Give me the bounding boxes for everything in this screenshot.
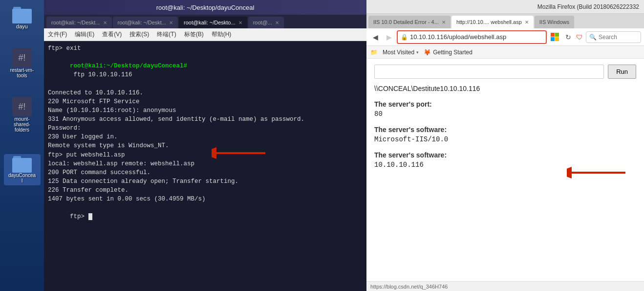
terminal-menu: 文件(F) 编辑(E) 查看(V) 搜索(S) 终端(T) 标签(B) 帮助(H… [44,28,366,41]
term-cmd-1: ftp 10.10.10.116 [70,71,132,78]
desktop: dayu #! restart-vm-tools #! mount-shared… [0,0,44,291]
browser-tab-2-label: http://10.10.... webshell.asp [456,19,522,25]
term-line-0: ftp> exit [48,44,363,53]
software-value: Microsoft-IIS/10.0 [374,135,636,143]
term-line-6: Password: [48,124,363,133]
term-line-14: 1407 bytes sent in 0.00 secs (30.4959 MB… [48,195,363,203]
browser-red-arrow [567,159,630,186]
browser-tab-2[interactable]: http://10.10.... webshell.asp ✕ [451,16,534,28]
desktop-icon-restart-label: restart-vm-tools [10,67,34,78]
browser-tab-2-close[interactable]: ✕ [525,20,529,25]
menu-view[interactable]: 查看(V) [102,30,122,39]
svg-rect-2 [551,33,555,37]
terminal-tab-1[interactable]: root@kali: ~/Deskt... ✕ [46,17,112,28]
desktop-icon-mount-label: mount-shared-folders [14,116,30,133]
term-line-4: Name (10.10.10.116:root): anonymous [48,106,363,115]
menu-tabs[interactable]: 标签(B) [184,30,204,39]
desktop-icon-dayu[interactable]: dayu [4,5,41,31]
terminal-title: root@kali: ~/Desktop/dayuConceal [156,4,255,11]
browser-toolbar: ◀ ▶ 🔒 ↻ 🛡 🔍 [366,28,644,46]
menu-search[interactable]: 搜索(S) [129,30,149,39]
term-line-5: 331 Anonymous access allowed, send ident… [48,115,363,124]
browser-title: Mozilla Firefox (Build 20180626222332 [537,3,639,10]
terminal-tab-2[interactable]: root@kali: ~/Deskt... ✕ [113,17,178,28]
search-input[interactable] [599,34,638,41]
term-line-13: 226 Transfer complete. [48,186,363,195]
file-icon-mount: #! [12,97,32,116]
firefox-icon: 🦊 [424,49,431,56]
terminal-red-arrow [212,141,270,165]
folder-icon-dayuconceaL [12,156,32,173]
webshell-row: Run [374,65,636,79]
bookmarks-bar: 📁 Most Visited ▾ 🦊 Getting Started [366,46,644,59]
file-icon-restart: #! [12,48,32,67]
terminal-tab-3-close[interactable]: ✕ [238,20,242,25]
back-button[interactable]: ◀ [369,31,381,43]
term-line-11: 200 PORT command successful. [48,168,363,177]
bookmark-most-visited[interactable]: Most Visited ▾ [383,49,419,56]
terminal-tab-4[interactable]: root@... ✕ [248,17,284,28]
browser-tab-3[interactable]: IIS Windows [535,16,574,28]
desktop-icon-dayu-label: dayu [16,23,28,29]
server-path: \\CONCEAL\Destitute10.10.10.116 [374,85,636,92]
terminal-tab-2-close[interactable]: ✕ [169,20,173,25]
terminal-window: root@kali: ~/Desktop/dayuConceal root@ka… [44,0,366,291]
port-label: The server's port: [374,100,636,108]
software-label: The server's software: [374,126,636,134]
menu-terminal[interactable]: 终端(T) [157,30,176,39]
status-text: https://blog.csdn.net/q_346H746 [370,284,448,290]
term-line-12: 125 Data connection already open; Transf… [48,177,363,186]
lock-icon: 🔒 [401,34,408,41]
terminal-tab-4-close[interactable]: ✕ [275,20,279,25]
svg-rect-4 [551,37,555,41]
svg-rect-3 [555,33,559,37]
server-output: \\CONCEAL\Destitute10.10.10.116 The serv… [374,85,636,169]
webshell-input[interactable] [374,65,604,79]
term-line-1: root@kali:~/Desktop/dayuConceal# ftp 10.… [48,53,363,89]
browser-tab-1-close[interactable]: ✕ [442,20,446,25]
terminal-tab-3[interactable]: root@kali: ~/Deskto... ✕ [179,17,247,28]
terminal-titlebar: root@kali: ~/Desktop/dayuConceal [44,0,366,15]
terminal-tab-3-label: root@kali: ~/Deskto... [184,20,236,25]
browser-tab-3-label: IIS Windows [539,19,569,25]
browser-tab-1[interactable]: IIS 10.0 Detailed Error - 4... ✕ [368,16,451,28]
port-value: 80 [374,110,636,118]
menu-file[interactable]: 文件(F) [48,30,67,39]
run-button[interactable]: Run [608,65,636,79]
menu-edit[interactable]: 编辑(E) [75,30,94,39]
term-line-2: Connected to 10.10.10.116. [48,89,363,97]
bookmark-most-visited-arrow: ▾ [416,50,419,55]
folder-icon-dayu [12,7,32,23]
search-box: 🔍 [586,31,641,43]
term-line-15: ftp> [48,203,363,230]
refresh-button[interactable]: ↻ [563,32,573,42]
desktop-icon-dayuconceaL[interactable]: dayuConceal [4,154,41,185]
address-input[interactable] [410,33,543,41]
desktop-icon-dayuconceaL-label: dayuConceal [8,173,36,183]
svg-rect-5 [555,37,559,41]
browser-tabs: IIS 10.0 Detailed Error - 4... ✕ http://… [366,14,644,28]
terminal-cursor [88,213,92,220]
desktop-icon-restart-vm-tools[interactable]: #! restart-vm-tools [4,46,41,80]
term-prompt-1: root@kali:~/Desktop/dayuConceal# [70,63,187,69]
bookmark-getting-started[interactable]: 🦊 Getting Started [424,49,472,56]
bookmark-most-visited-label: Most Visited [383,49,414,56]
desktop-icon-mount-shared[interactable]: #! mount-shared-folders [4,95,41,134]
address-bar-container: 🔒 [397,30,547,44]
term-line-8: Remote system type is Windows_NT. [48,141,363,150]
browser-window: Mozilla Firefox (Build 20180626222332 II… [366,0,644,291]
security-icon: 🛡 [575,32,584,42]
windows-icon [551,33,559,42]
browser-content: Run \\CONCEAL\Destitute10.10.10.116 The … [366,59,644,281]
forward-button[interactable]: ▶ [383,31,395,43]
browser-tab-1-label: IIS 10.0 Detailed Error - 4... [373,19,439,25]
terminal-body[interactable]: ftp> exit root@kali:~/Desktop/dayuConcea… [44,41,366,291]
terminal-tab-4-label: root@... [253,20,272,25]
terminal-tab-2-label: root@kali: ~/Deskt... [118,20,167,25]
terminal-tabs: root@kali: ~/Deskt... ✕ root@kali: ~/Des… [44,15,366,28]
menu-help[interactable]: 帮助(H) [212,30,232,39]
terminal-tab-1-close[interactable]: ✕ [103,20,107,25]
software2-label: The server's software: [374,151,636,159]
bookmark-getting-started-label: Getting Started [433,49,472,56]
bookmark-folder-icon: 📁 [370,49,378,56]
